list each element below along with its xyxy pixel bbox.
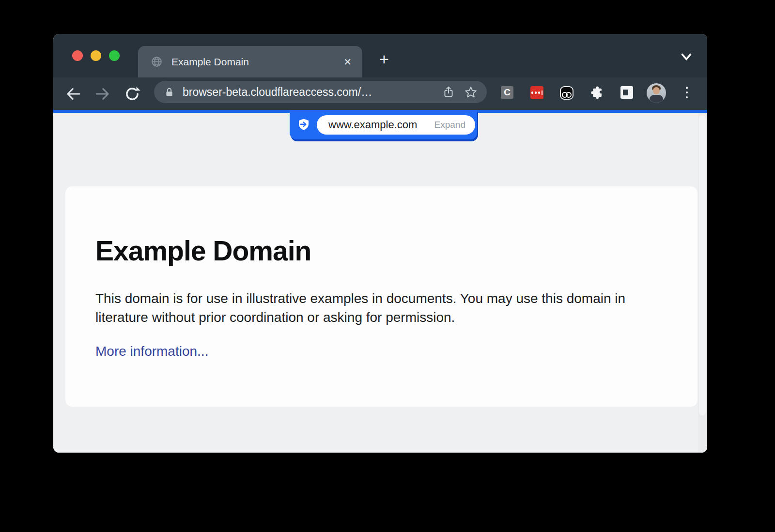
extension-clickup-icon[interactable]: C [501,86,513,99]
tab-example-domain[interactable]: Example Domain ✕ [138,46,362,77]
globe-favicon-icon [151,56,163,68]
tab-close-icon[interactable]: ✕ [343,56,352,68]
expand-button[interactable]: Expand [434,120,465,130]
reload-icon[interactable] [123,85,141,103]
new-tab-button[interactable]: + [374,50,394,69]
extension-two-circles-icon[interactable] [560,86,574,100]
extension-lastpass-icon[interactable] [530,86,543,99]
page-title: Example Domain [95,235,311,267]
back-icon[interactable] [64,85,82,103]
scrollbar-thumb[interactable] [699,115,706,415]
bookmark-star-icon[interactable] [465,86,477,98]
scrollbar-track[interactable] [698,113,707,453]
chevron-down-icon[interactable] [678,51,695,63]
toolbar: browser-beta.cloudflareaccess.com/… C [53,77,707,110]
extensions-puzzle-icon[interactable] [590,86,604,100]
tab-title: Example Domain [171,56,343,68]
profile-avatar[interactable] [647,83,666,103]
close-window-button[interactable] [72,50,83,61]
isolated-domain-text: www.example.com [328,119,434,131]
share-icon[interactable] [442,86,455,98]
side-panel-icon[interactable] [620,86,633,99]
zoom-window-button[interactable] [109,50,120,61]
forward-icon[interactable] [93,85,112,103]
page-viewport: Example Domain This domain is for use in… [53,113,707,453]
browser-window: Example Domain ✕ + [53,34,707,453]
shield-arrow-icon [296,118,311,132]
isolation-banner[interactable]: www.example.com Expand [290,110,477,139]
desktop-background: Example Domain ✕ + [0,0,775,532]
browser-menu-kebab-icon[interactable] [683,86,691,99]
url-text: browser-beta.cloudflareaccess.com/… [183,86,442,99]
isolation-domain-pill[interactable]: www.example.com Expand [317,115,475,135]
address-bar[interactable]: browser-beta.cloudflareaccess.com/… [154,81,487,103]
minimize-window-button[interactable] [91,50,101,61]
lock-icon[interactable] [164,87,175,98]
content-card: Example Domain This domain is for use in… [65,186,698,407]
more-information-link[interactable]: More information... [95,344,208,359]
body-paragraph: This domain is for use in illustrative e… [95,289,657,327]
tab-strip: Example Domain ✕ + [53,34,707,77]
